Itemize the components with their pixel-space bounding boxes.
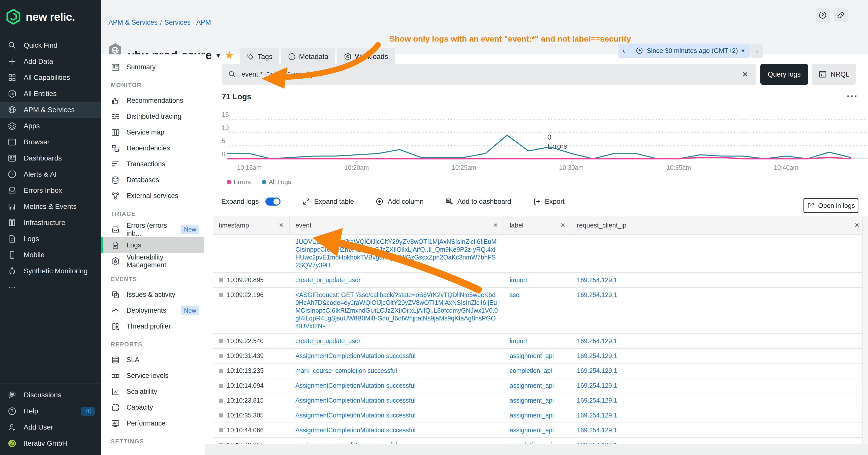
log-event-link[interactable]: AssignmentCompletionMutation successful [296,426,415,433]
log-table-row[interactable]: 10:09:22.196 <ASGIRequest: GET '/sso/cal… [213,288,865,334]
subnav-item-dependencies[interactable]: Dependencies [101,140,204,156]
breadcrumb-services-apm[interactable]: Services - APM [164,19,211,26]
log-table-row[interactable]: 10:09:20.895 create_or_update_user impor… [213,273,865,288]
sidebar-item-alerts-ai[interactable]: Alerts & AI [0,166,101,183]
log-event-link[interactable]: AssignmentCompletionMutation successful [296,382,415,389]
help-button[interactable] [815,8,830,22]
row-marker-square[interactable] [219,369,223,373]
subnav-item-transactions[interactable]: Transactions [101,156,204,172]
log-label-link[interactable]: assignment_api [509,412,554,419]
row-marker-square[interactable] [219,384,223,388]
log-event-link[interactable]: mark_course_completion successful [296,367,397,374]
sidebar-item-mobile[interactable]: Mobile [0,247,101,263]
remove-column-icon[interactable]: ✕ [560,222,565,229]
sidebar-item-discussions[interactable]: Discussions [0,387,101,403]
sidebar-item-apm-services[interactable]: APM & Services [0,102,101,118]
log-ip-link[interactable]: 169.254.129.1 [577,291,617,298]
tags-button[interactable]: Tags [240,48,279,65]
sidebar-item-all-entities[interactable]: All Entities [0,86,101,102]
column-header-timestamp[interactable]: timestamp✕ [213,217,290,234]
log-ip-link[interactable]: 169.254.129.1 [577,397,617,404]
subnav-item-logs[interactable]: Logs [101,237,204,253]
log-event-link[interactable]: create_or_update_user [296,277,361,284]
subnav-item-deployments[interactable]: Deployments New [101,302,204,319]
sidebar-item-account[interactable]: Iterativ GmbH [0,435,101,452]
row-marker-square[interactable] [219,354,223,358]
add-to-dashboard-button[interactable]: Add to dashboard [445,197,511,205]
log-label-link[interactable]: assignment_api [509,397,554,404]
subnav-item-vulnerability-management[interactable]: Vulnerability Management [101,253,204,269]
chart-menu-button[interactable]: ··· [847,91,859,101]
remove-column-icon[interactable]: ✕ [279,222,284,229]
sidebar-item-help[interactable]: Help 70 [0,403,101,419]
column-header-label[interactable]: label✕ [504,217,571,234]
subnav-item-capacity[interactable]: Capacity [101,399,204,416]
add-column-button[interactable]: Add column [375,197,424,205]
log-ip-link[interactable]: 169.254.129.1 [577,352,617,359]
row-marker-square[interactable] [219,339,223,343]
subnav-item-service-map[interactable]: Service map [101,125,204,140]
subnav-item-thread-profiler[interactable]: Thread profiler [101,319,204,334]
log-label-link[interactable]: assignment_api [509,352,554,359]
log-label-link[interactable]: import [509,337,527,345]
column-header-event[interactable]: event✕ [290,217,504,234]
log-ip-link[interactable]: 169.254.129.1 [577,337,617,345]
clear-query-icon[interactable]: ✕ [741,70,750,79]
subnav-item-issues-activity[interactable]: Issues & activity [101,287,204,302]
log-label-link[interactable]: assignment_api [509,382,554,389]
remove-column-icon[interactable]: ✕ [493,222,498,229]
sidebar-item-synthetic-monitoring[interactable]: Synthetic Monitoring [0,263,101,279]
log-table-row[interactable]: JUQVU&code=eyJraWQiOiJjcGltY29yZV8wOTI1M… [213,234,865,273]
sidebar-item-logs[interactable]: Logs [0,231,101,247]
subnav-item-summary[interactable]: Summary [101,59,204,75]
log-event-link[interactable]: AssignmentCompletionMutation successful [296,412,415,419]
log-query-bar[interactable]: ✕ [222,64,756,85]
breadcrumb-apm-services[interactable]: APM & Services [108,19,157,26]
query-logs-button[interactable]: Query logs [761,64,808,85]
log-event-link[interactable]: AssignmentCompletionMutation successful [296,397,415,404]
row-marker-square[interactable] [219,414,223,418]
title-dropdown-caret-icon[interactable]: ▾ [216,51,220,60]
log-label-link[interactable]: import [509,277,527,284]
log-event-link[interactable]: JUQVU&code=eyJraWQiOiJjcGltY29yZV8wOTI1M… [296,238,496,268]
sidebar-item-all-capabilities[interactable]: All Capabilities [0,69,101,86]
subnav-item-errors-inbox[interactable]: Errors (errors inb... New [101,222,204,237]
legend-item[interactable]: All Logs [262,178,291,186]
subnav-item-recommendations[interactable]: Recommendations [101,93,204,108]
log-table-row[interactable]: 10:10:13.235 mark_course_completion succ… [213,363,865,379]
row-marker-square[interactable] [219,428,223,432]
log-label-link[interactable]: assignment_api [509,426,554,433]
open-in-logs-button[interactable]: Open in logs [804,198,859,213]
remove-column-icon[interactable]: ✕ [855,222,860,229]
new-relic-logo[interactable]: new relic. [0,0,101,32]
expand-logs-toggle[interactable] [266,197,280,205]
legend-item[interactable]: Errors [227,178,251,186]
subnav-item-databases[interactable]: Databases [101,172,204,188]
favorite-star-icon[interactable]: ★ [224,50,234,61]
sidebar-item-dashboards[interactable]: Dashboards [0,150,101,166]
time-range-button[interactable]: Since 30 minutes ago (GMT+2) ▾ [630,43,750,58]
sidebar-item-quick-find[interactable]: Quick Find [0,37,101,54]
time-back-button[interactable]: ‹ [618,43,629,58]
copy-link-button[interactable] [834,8,848,22]
log-ip-link[interactable]: 169.254.129.1 [577,382,617,389]
export-button[interactable]: Export [533,197,564,205]
sidebar-item-browser[interactable]: Browser [0,134,101,150]
sidebar-item-metrics-events[interactable]: Metrics & Events [0,198,101,215]
log-table-row[interactable]: 10:10:23.815 AssignmentCompletionMutatio… [213,393,865,408]
log-ip-link[interactable]: 169.254.129.1 [577,412,617,419]
log-table-row[interactable]: 10:09:31.439 AssignmentCompletionMutatio… [213,349,865,363]
sidebar-item-add-user[interactable]: Add User [0,419,101,435]
log-event-link[interactable]: <ASGIRequest: GET '/sso/callback/?state=… [296,291,498,329]
column-header-request-client-ip[interactable]: request_client_ip✕ [571,217,865,234]
row-marker-square[interactable] [219,293,223,297]
metadata-button[interactable]: Metadata [281,48,335,65]
log-event-link[interactable]: AssignmentCompletionMutation successful [296,352,415,359]
subnav-item-distributed-tracing[interactable]: Distributed tracing [101,108,204,125]
log-query-input[interactable] [241,70,741,78]
subnav-item-performance[interactable]: Performance [101,416,204,431]
subnav-item-sla[interactable]: SLA [101,352,204,368]
workloads-button[interactable]: Workloads [337,48,395,65]
sidebar-item-more[interactable] [0,279,101,295]
log-ip-link[interactable]: 169.254.129.1 [577,367,617,374]
